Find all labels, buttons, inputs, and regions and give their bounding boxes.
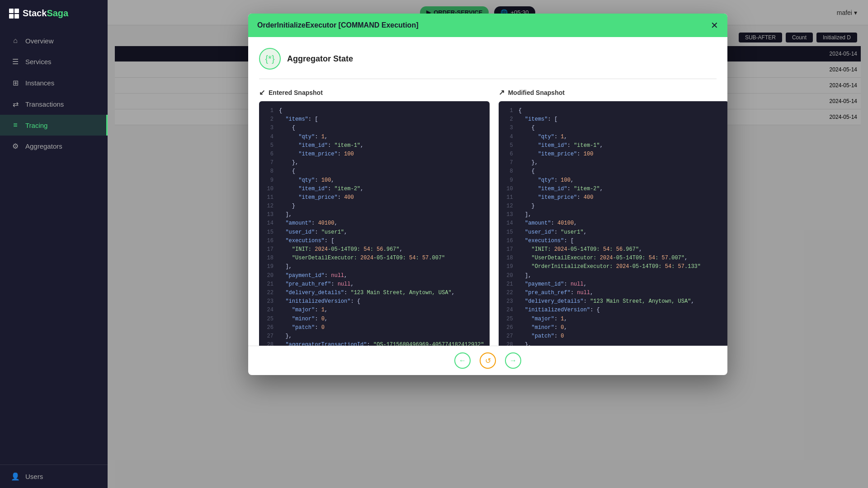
modal: OrderInitializeExecutor [COMMAND Executi… <box>248 14 727 375</box>
code-line: 11 "item_price": 400 <box>264 193 484 202</box>
code-line: 12 } <box>264 202 484 211</box>
code-line: 4 "qty": 1, <box>504 133 724 141</box>
sidebar-item-aggregators[interactable]: ⚙ Aggregators <box>0 136 108 157</box>
sidebar-item-overview[interactable]: ⌂ Overview <box>0 30 108 51</box>
code-line: 26 "patch": 0 <box>264 324 484 332</box>
code-line: 17 "INIT: 2024-05-14T09: 54: 56.967", <box>264 245 484 254</box>
modified-snapshot-panel: ↗ Modified Snapshot 1{2 "items": [3 {4 "… <box>499 88 727 346</box>
code-line: 17 "INIT: 2024-05-14T09: 54: 56.967", <box>504 245 724 254</box>
logo: StackSaga <box>0 0 108 27</box>
code-line: 5 "item_id": "item-1", <box>504 141 724 150</box>
sidebar-item-label: Transactions <box>25 100 64 108</box>
code-line: 6 "item_price": 100 <box>264 150 484 159</box>
entered-snapshot-code: 1{2 "items": [3 {4 "qty": 1,5 "item_id":… <box>259 101 490 346</box>
code-line: 10 "item_id": "item-2", <box>264 185 484 193</box>
entered-snapshot-icon: ↙ <box>259 88 265 97</box>
modified-snapshot-icon: ↗ <box>499 88 505 97</box>
code-line: 21 "payment_id": null, <box>504 280 724 289</box>
code-line: 4 "qty": 1, <box>264 133 484 141</box>
entered-snapshot-label: ↙ Entered Snapshot <box>259 88 490 97</box>
modal-header: OrderInitializeExecutor [COMMAND Executi… <box>248 14 727 37</box>
code-line: 25 "major": 1, <box>504 315 724 324</box>
code-line: 28 }, <box>504 341 724 346</box>
code-line: 26 "minor": 0, <box>504 324 724 332</box>
code-line: 25 "minor": 0, <box>264 315 484 324</box>
aggregators-icon: ⚙ <box>11 142 20 150</box>
sidebar-item-services[interactable]: ☰ Services <box>0 51 108 72</box>
modal-close-button[interactable]: ✕ <box>711 21 718 30</box>
sidebar-item-users[interactable]: 👤 Users <box>11 472 97 481</box>
code-line: 19 "OrderInitializeExecutor: 2024-05-14T… <box>504 263 724 271</box>
modal-overlay: OrderInitializeExecutor [COMMAND Executi… <box>108 0 868 488</box>
code-line: 3 { <box>264 124 484 132</box>
code-line: 6 "item_price": 100 <box>504 150 724 159</box>
sidebar-item-instances[interactable]: ⊞ Instances <box>0 72 108 94</box>
code-line: 1{ <box>504 107 724 115</box>
overview-icon: ⌂ <box>11 37 20 45</box>
code-line: 3 { <box>504 124 724 132</box>
next-button[interactable]: → <box>505 352 521 369</box>
code-line: 21 "pre_auth_ref": null, <box>264 280 484 289</box>
sidebar-item-label: Services <box>25 58 52 66</box>
code-line: 2 "items": [ <box>504 115 724 124</box>
modified-snapshot-label: ↗ Modified Snapshot <box>499 88 727 97</box>
aggregator-state-icon: {*} <box>259 48 281 70</box>
code-line: 27 }, <box>264 332 484 341</box>
code-line: 13 ], <box>504 211 724 219</box>
sidebar-item-label: Instances <box>25 79 54 87</box>
code-line: 18 "UserDetailExecutor: 2024-05-14T09: 5… <box>504 254 724 263</box>
code-line: 19 ], <box>264 263 484 271</box>
snapshots-container: ↙ Entered Snapshot 1{2 "items": [3 {4 "q… <box>259 88 717 346</box>
sidebar: StackSaga ⌂ Overview ☰ Services ⊞ Instan… <box>0 0 108 488</box>
code-line: 8 { <box>504 167 724 176</box>
instances-icon: ⊞ <box>11 79 20 87</box>
transactions-icon: ⇄ <box>11 100 20 108</box>
code-line: 28 "aggregatorTransactionId": "OS-171568… <box>264 341 484 346</box>
tracing-icon: ≡ <box>11 121 20 129</box>
code-line: 22 "pre_auth_ref": null, <box>504 289 724 297</box>
code-line: 5 "item_id": "item-1", <box>264 141 484 150</box>
code-line: 22 "delivery_details": "123 Main Street,… <box>264 289 484 297</box>
aggregator-state-title: Aggregator State <box>287 54 353 64</box>
code-line: 2 "items": [ <box>264 115 484 124</box>
code-line: 7 }, <box>264 159 484 167</box>
sidebar-bottom: 👤 Users <box>0 465 108 488</box>
users-icon: 👤 <box>11 472 20 481</box>
modified-snapshot-code: 1{2 "items": [3 {4 "qty": 1,5 "item_id":… <box>499 101 727 346</box>
entered-snapshot-panel: ↙ Entered Snapshot 1{2 "items": [3 {4 "q… <box>259 88 490 346</box>
divider <box>259 79 717 79</box>
code-line: 20 ], <box>504 272 724 280</box>
sidebar-item-label: Tracing <box>25 122 47 129</box>
code-line: 9 "qty": 100, <box>264 176 484 185</box>
code-line: 14 "amount": 40100, <box>264 219 484 228</box>
users-label: Users <box>25 473 43 480</box>
refresh-button[interactable]: ↺ <box>480 352 496 369</box>
modal-footer: ← ↺ → <box>248 346 727 375</box>
main-content: ▶ ORDER-SERVICE 🌐 +05:30 mafei ▾ SUB-AFT… <box>108 0 868 488</box>
code-line: 24 "major": 1, <box>264 306 484 314</box>
prev-button[interactable]: ← <box>454 352 471 369</box>
code-line: 7 }, <box>504 159 724 167</box>
code-line: 16 "executions": [ <box>504 237 724 245</box>
code-line: 18 "UserDetailExecutor: 2024-05-14T09: 5… <box>264 254 484 263</box>
code-line: 23 "delivery_details": "123 Main Street,… <box>504 297 724 306</box>
logo-text: StackSaga <box>23 8 68 19</box>
code-line: 15 "user_id": "user1", <box>264 228 484 237</box>
code-line: 15 "user_id": "user1", <box>504 228 724 237</box>
code-line: 27 "patch": 0 <box>504 332 724 341</box>
modal-title: OrderInitializeExecutor [COMMAND Executi… <box>257 21 419 29</box>
aggregator-state-header: {*} Aggregator State <box>259 48 717 70</box>
code-line: 1{ <box>264 107 484 115</box>
sidebar-item-label: Aggregators <box>25 142 62 150</box>
code-line: 8 { <box>264 167 484 176</box>
sidebar-item-label: Overview <box>25 37 54 45</box>
code-line: 12 } <box>504 202 724 211</box>
code-line: 24 "initializedVersion": { <box>504 306 724 314</box>
code-line: 16 "executions": [ <box>264 237 484 245</box>
sidebar-nav: ⌂ Overview ☰ Services ⊞ Instances ⇄ Tran… <box>0 27 108 465</box>
code-line: 11 "item_price": 400 <box>504 193 724 202</box>
code-line: 13 ], <box>264 211 484 219</box>
logo-icon <box>9 9 19 19</box>
sidebar-item-transactions[interactable]: ⇄ Transactions <box>0 94 108 115</box>
sidebar-item-tracing[interactable]: ≡ Tracing <box>0 115 108 136</box>
